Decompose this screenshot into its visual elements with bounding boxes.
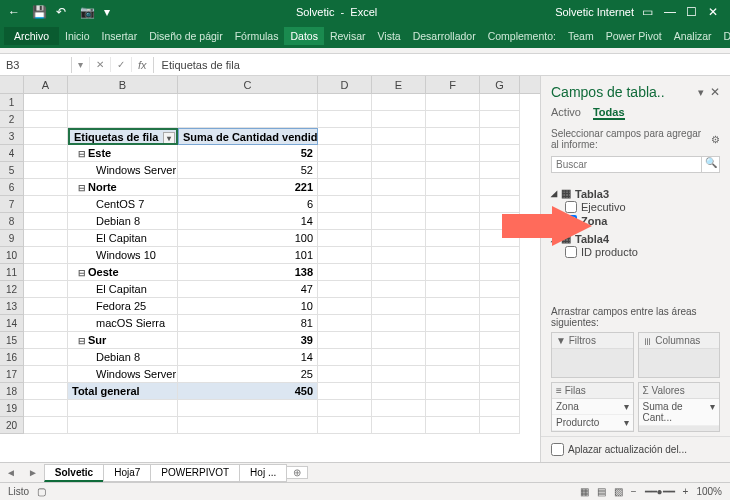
cell-C14[interactable]: 81 <box>178 315 318 332</box>
cell-E9[interactable] <box>372 230 426 247</box>
cell-F19[interactable] <box>426 400 480 417</box>
cell-E5[interactable] <box>372 162 426 179</box>
cell-C2[interactable] <box>178 111 318 128</box>
tab-inicio[interactable]: Inicio <box>59 27 96 45</box>
cell-D5[interactable] <box>318 162 372 179</box>
col-header-D[interactable]: D <box>318 76 372 93</box>
row-header[interactable]: 9 <box>0 230 24 247</box>
cell-E6[interactable] <box>372 179 426 196</box>
cell-C8[interactable]: 14 <box>178 213 318 230</box>
cell-A19[interactable] <box>24 400 68 417</box>
cell-F9[interactable] <box>426 230 480 247</box>
cell-C13[interactable]: 10 <box>178 298 318 315</box>
cell-F10[interactable] <box>426 247 480 264</box>
cell-F15[interactable] <box>426 332 480 349</box>
cell-G6[interactable] <box>480 179 520 196</box>
row-header[interactable]: 1 <box>0 94 24 111</box>
cell-C6[interactable]: 221 <box>178 179 318 196</box>
row-header[interactable]: 3 <box>0 128 24 145</box>
macro-record-icon[interactable]: ▢ <box>37 486 46 497</box>
cell-B14[interactable]: macOS Sierra <box>68 315 178 332</box>
row-field-producto[interactable]: Produrcto▾ <box>552 415 633 431</box>
cell-A20[interactable] <box>24 417 68 434</box>
cell-B7[interactable]: CentOS 7 <box>68 196 178 213</box>
cell-B6[interactable]: ⊟Norte <box>68 179 178 196</box>
value-field-suma[interactable]: Suma de Cant...▾ <box>639 399 720 426</box>
cell-D12[interactable] <box>318 281 372 298</box>
cancel-formula[interactable]: ✕ <box>90 57 111 72</box>
tab-diseodepgir[interactable]: Diseño de págir <box>143 27 229 45</box>
cell-F1[interactable] <box>426 94 480 111</box>
row-header[interactable]: 5 <box>0 162 24 179</box>
select-all-corner[interactable] <box>0 76 24 93</box>
ribbon-display-icon[interactable]: ▭ <box>642 5 656 19</box>
cell-B19[interactable] <box>68 400 178 417</box>
cell-B20[interactable] <box>68 417 178 434</box>
enter-formula[interactable]: ✓ <box>111 57 132 72</box>
cell-F6[interactable] <box>426 179 480 196</box>
cell-D13[interactable] <box>318 298 372 315</box>
cell-A15[interactable] <box>24 332 68 349</box>
cell-E4[interactable] <box>372 145 426 162</box>
name-box[interactable]: B3 <box>0 57 72 73</box>
cell-G16[interactable] <box>480 349 520 366</box>
row-header[interactable]: 11 <box>0 264 24 281</box>
tab-frmulas[interactable]: Fórmulas <box>229 27 285 45</box>
cell-C12[interactable]: 47 <box>178 281 318 298</box>
row-header[interactable]: 12 <box>0 281 24 298</box>
cell-B18[interactable]: Total general <box>68 383 178 400</box>
field-checkbox[interactable] <box>565 246 577 258</box>
formula-input[interactable]: Etiquetas de fila <box>154 57 730 73</box>
tab-powerpivot[interactable]: Power Pivot <box>600 27 668 45</box>
cell-A10[interactable] <box>24 247 68 264</box>
cell-D11[interactable] <box>318 264 372 281</box>
cell-G10[interactable] <box>480 247 520 264</box>
cell-D8[interactable] <box>318 213 372 230</box>
cell-D19[interactable] <box>318 400 372 417</box>
cell-B11[interactable]: ⊟Oeste <box>68 264 178 281</box>
cell-G17[interactable] <box>480 366 520 383</box>
cell-E17[interactable] <box>372 366 426 383</box>
cell-C3[interactable]: Suma de Cantidad vendida <box>178 128 318 145</box>
cell-D17[interactable] <box>318 366 372 383</box>
cell-E14[interactable] <box>372 315 426 332</box>
cell-C1[interactable] <box>178 94 318 111</box>
collapse-icon[interactable]: ⊟ <box>78 268 88 278</box>
defer-checkbox[interactable] <box>551 443 564 456</box>
cell-E1[interactable] <box>372 94 426 111</box>
cell-B15[interactable]: ⊟Sur <box>68 332 178 349</box>
area-filters[interactable]: ▼ Filtros <box>551 332 634 378</box>
cell-G12[interactable] <box>480 281 520 298</box>
cell-A9[interactable] <box>24 230 68 247</box>
fx-button[interactable]: fx <box>132 57 154 73</box>
cell-C9[interactable]: 100 <box>178 230 318 247</box>
tab-insertar[interactable]: Insertar <box>96 27 144 45</box>
tab-datos[interactable]: Datos <box>284 27 323 45</box>
cell-A17[interactable] <box>24 366 68 383</box>
tab-diseo[interactable]: Diseño <box>718 27 730 45</box>
cell-C20[interactable] <box>178 417 318 434</box>
cell-E18[interactable] <box>372 383 426 400</box>
cell-D16[interactable] <box>318 349 372 366</box>
view-layout-icon[interactable]: ▤ <box>597 486 606 497</box>
cell-D4[interactable] <box>318 145 372 162</box>
cell-A16[interactable] <box>24 349 68 366</box>
row-header[interactable]: 10 <box>0 247 24 264</box>
cell-C18[interactable]: 450 <box>178 383 318 400</box>
collapse-icon[interactable]: ⊟ <box>78 336 88 346</box>
new-sheet-button[interactable]: ⊕ <box>286 466 308 479</box>
cell-G14[interactable] <box>480 315 520 332</box>
cell-E15[interactable] <box>372 332 426 349</box>
tab-file[interactable]: Archivo <box>4 27 59 45</box>
cell-D1[interactable] <box>318 94 372 111</box>
cell-A8[interactable] <box>24 213 68 230</box>
cell-G15[interactable] <box>480 332 520 349</box>
cell-F3[interactable] <box>426 128 480 145</box>
tab-complemento[interactable]: Complemento: <box>482 27 562 45</box>
cell-A13[interactable] <box>24 298 68 315</box>
cell-C4[interactable]: 52 <box>178 145 318 162</box>
row-header[interactable]: 17 <box>0 366 24 383</box>
cell-C17[interactable]: 25 <box>178 366 318 383</box>
cell-F13[interactable] <box>426 298 480 315</box>
cell-G19[interactable] <box>480 400 520 417</box>
